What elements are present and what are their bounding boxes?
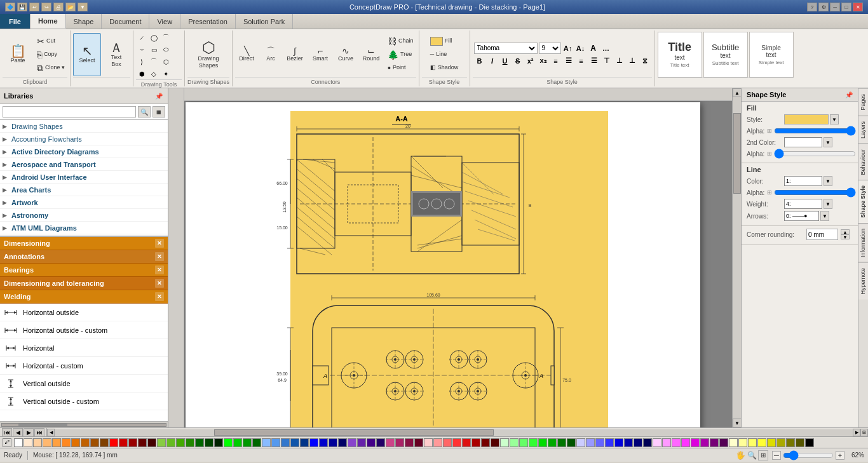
close-welding[interactable]: ✕	[155, 292, 164, 301]
bold-button[interactable]: B	[474, 55, 485, 67]
color-25[interactable]	[252, 438, 261, 447]
font-family-select[interactable]: Tahoma	[474, 43, 538, 54]
tree-item-android[interactable]: ▶ Android User Interface	[0, 171, 168, 184]
lib-item-v-outside[interactable]: Vertical outside	[0, 375, 168, 393]
color-48[interactable]	[471, 438, 480, 447]
hscroll-thumb[interactable]	[214, 429, 494, 436]
italic-button[interactable]: I	[487, 55, 498, 67]
color-47[interactable]	[462, 438, 471, 447]
arc-button[interactable]: ⌒ Arc	[261, 33, 281, 76]
arrows-arrow[interactable]: ▼	[820, 211, 829, 221]
color-74[interactable]	[719, 438, 728, 447]
tree-item-accounting[interactable]: ▶ Accounting Flowcharts	[0, 133, 168, 145]
panel-pin[interactable]: 📌	[845, 91, 853, 98]
palette-options[interactable]: 🖊	[3, 438, 11, 447]
tab-solution-park[interactable]: Solution Park	[236, 14, 293, 29]
color-34[interactable]	[338, 438, 347, 447]
color-46[interactable]	[452, 438, 461, 447]
color-75[interactable]	[729, 438, 738, 447]
color-29[interactable]	[290, 438, 299, 447]
draw-tool-12[interactable]: ✦	[160, 68, 172, 79]
color-31[interactable]	[309, 438, 318, 447]
fill-dropdown-arrow[interactable]: ▼	[830, 114, 839, 124]
color-9[interactable]	[100, 438, 109, 447]
chain-button[interactable]: ⛓ Chain	[385, 35, 416, 48]
lib-item-h-custom[interactable]: Horizontal - custom	[0, 357, 168, 375]
color-27[interactable]	[271, 438, 280, 447]
align-justify[interactable]: ☰	[588, 55, 600, 67]
lib-item-h-outside[interactable]: Horizontal outside	[0, 304, 168, 321]
tab-view[interactable]: View	[149, 14, 180, 29]
vtab-hypernote[interactable]: Hypernote	[858, 262, 868, 300]
weight-dropdown[interactable]: 4: ▼	[784, 199, 832, 209]
color-14[interactable]	[147, 438, 156, 447]
active-lib-dimensioning-tolerancing[interactable]: Dimensioning and tolerancing ✕	[0, 277, 168, 290]
line-color-arrow[interactable]: ▼	[824, 176, 832, 186]
vtab-shape-style[interactable]: Shape Style	[858, 180, 868, 223]
line-color-dropdown[interactable]: 1: ▼	[784, 176, 832, 186]
zoom-out-btn[interactable]: ─	[772, 451, 781, 460]
page-prev[interactable]: ◀	[13, 428, 23, 437]
color-10[interactable]	[109, 438, 118, 447]
quick-access-undo[interactable]: ↩	[29, 3, 39, 11]
color-78[interactable]	[757, 438, 766, 447]
color-33[interactable]	[329, 438, 337, 447]
color-62[interactable]	[605, 438, 614, 447]
vtab-layers[interactable]: Layers	[858, 116, 868, 144]
color-2[interactable]	[33, 438, 42, 447]
color-44[interactable]	[433, 438, 442, 447]
zoom-slider[interactable]	[783, 452, 834, 459]
lib-item-v-outside-custom[interactable]: Vertical outside - custom	[0, 393, 168, 410]
color-53[interactable]	[519, 438, 528, 447]
draw-tool-11[interactable]: ◇	[148, 68, 159, 79]
subscript-button[interactable]: x₂	[538, 55, 549, 67]
active-lib-annotations[interactable]: Annotations ✕	[0, 250, 168, 264]
alpha-slider-fill[interactable]	[774, 126, 856, 135]
line-button[interactable]: ─ Line	[428, 48, 461, 61]
quick-access-save[interactable]: 💾	[17, 3, 27, 11]
color-76[interactable]	[738, 438, 747, 447]
tab-presentation[interactable]: Presentation	[180, 14, 236, 29]
weight-arrow[interactable]: ▼	[824, 199, 832, 209]
bezier-button[interactable]: ∫ Bezier	[283, 33, 306, 76]
corner-spin-up[interactable]: ▲	[841, 229, 850, 234]
tree-item-aerospace[interactable]: ▶ Aerospace and Transport	[0, 158, 168, 171]
color-41[interactable]	[405, 438, 414, 447]
sidebar-pin-icon[interactable]: 📌	[154, 91, 164, 101]
active-lib-dimensioning[interactable]: Dimensioning ✕	[0, 237, 168, 250]
quick-access-print[interactable]: 🖨	[53, 3, 64, 11]
zoom-to-fit-btn[interactable]: 🔍	[747, 450, 757, 460]
hscroll-left[interactable]: ◀	[47, 429, 55, 436]
align-bottom[interactable]: ⊥	[627, 55, 638, 67]
align-middle[interactable]: ⊥	[614, 55, 625, 67]
color-white[interactable]	[14, 438, 23, 447]
page-first[interactable]: ⏮	[2, 428, 12, 437]
canvas-area[interactable]: A-A	[168, 88, 741, 427]
win-close[interactable]: ✕	[853, 3, 863, 11]
color-55[interactable]	[538, 438, 547, 447]
fill-color-swatch[interactable]	[784, 114, 829, 124]
color-21[interactable]	[214, 438, 223, 447]
close-annotations[interactable]: ✕	[155, 252, 164, 261]
color-black[interactable]	[805, 438, 814, 447]
color-77[interactable]	[748, 438, 757, 447]
arrows-swatch[interactable]: 0: ——●	[784, 211, 819, 221]
color-16[interactable]	[166, 438, 175, 447]
color-20[interactable]	[205, 438, 214, 447]
color-80[interactable]	[776, 438, 785, 447]
font-color[interactable]: A	[588, 43, 599, 54]
align-right[interactable]: ≡	[576, 55, 587, 67]
color-38[interactable]	[376, 438, 385, 447]
color-5[interactable]	[62, 438, 71, 447]
draw-tool-8[interactable]: ⌒	[148, 56, 159, 67]
color-59[interactable]	[576, 438, 585, 447]
color-36[interactable]	[357, 438, 366, 447]
color-32[interactable]	[319, 438, 328, 447]
line-color-swatch[interactable]: 1:	[784, 176, 822, 186]
color-45[interactable]	[443, 438, 452, 447]
color-37[interactable]	[367, 438, 376, 447]
lib-item-h-outside-custom[interactable]: Horizontal outside - custom	[0, 321, 168, 339]
lib-item-h[interactable]: Horizontal	[0, 339, 168, 357]
font-size-decrease[interactable]: A↓	[575, 43, 587, 54]
color-7[interactable]	[81, 438, 90, 447]
